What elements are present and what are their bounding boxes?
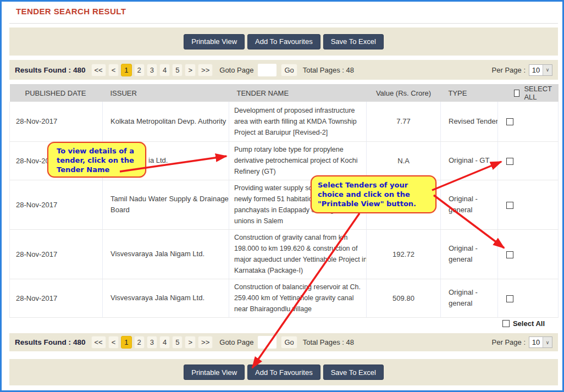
header-published-date: PUBLISHED DATE	[10, 84, 103, 102]
table-row: 28-Nov-2017 Tamil Nadu Water Supply & Dr…	[10, 180, 559, 229]
page-button-1[interactable]: 1	[121, 64, 131, 76]
tender-name-cell[interactable]: Construction of balancing reservoir at C…	[229, 279, 367, 317]
select-all-bottom-label: Select All	[513, 319, 545, 328]
issuer-cell: Visvesvaraya Jala Nigam Ltd.	[103, 229, 229, 279]
goto-page-input[interactable]	[258, 64, 277, 76]
per-page-label: Per Page :	[492, 66, 526, 74]
header-select-all: SELECT ALL	[498, 84, 559, 102]
goto-page-input-bottom[interactable]	[258, 336, 277, 349]
prev-page-button[interactable]: <	[108, 64, 119, 76]
first-page-button[interactable]: <<	[91, 64, 106, 76]
published-date-cell: 28-Nov-2017	[10, 229, 103, 279]
toolbar-top: Printable View Add To Favourites Save To…	[9, 27, 558, 56]
pagination-bar-top: Results Found :480 << < 1 2 3 4 5 > >> G…	[9, 60, 558, 80]
printable-view-button[interactable]: Printable View	[184, 34, 245, 49]
type-cell: Original - general	[441, 279, 498, 317]
value-cell: 192.72	[367, 229, 441, 279]
total-pages-label-bottom: Total Pages : 48	[303, 338, 354, 346]
table-row: 28-Nov-2017 Visvesvaraya Jala Nigam Ltd.…	[10, 279, 559, 317]
page-button-3-bottom[interactable]: 3	[147, 336, 157, 349]
page-button-5[interactable]: 5	[172, 64, 183, 76]
chevron-down-icon: ∨	[543, 65, 552, 75]
results-found-label-bottom: Results Found :480	[15, 338, 86, 346]
tender-name-cell[interactable]: Pump rotary lobe type for propylene deri…	[229, 141, 367, 180]
per-page-label-bottom: Per Page :	[492, 338, 526, 346]
select-all-bottom-checkbox[interactable]	[502, 320, 510, 327]
first-page-button-bottom[interactable]: <<	[91, 336, 106, 349]
tender-name-cell[interactable]: Construction of gravity canal from km 19…	[229, 229, 367, 279]
printable-view-button-bottom[interactable]: Printable View	[184, 365, 245, 380]
total-pages-label: Total Pages : 48	[303, 66, 354, 74]
header-value: Value (Rs. Crore)	[367, 84, 441, 102]
row-checkbox[interactable]	[506, 202, 513, 209]
goto-page-label: Goto Page	[219, 66, 253, 74]
type-cell: Original - general	[441, 229, 498, 279]
tender-name-cell[interactable]: Development of proposed infrastructure a…	[229, 102, 367, 141]
callout-tender-name: To view details of a tender, click on th…	[47, 142, 146, 178]
table-row: 28-Nov-2017 Kolkata Metropolitan Devp. A…	[10, 102, 559, 141]
per-page-select-bottom[interactable]: 10 ∨	[529, 336, 552, 348]
page-button-1-bottom[interactable]: 1	[121, 336, 131, 349]
type-cell: Revised Tender	[441, 102, 498, 141]
value-cell: 509.80	[367, 279, 441, 317]
page-button-2[interactable]: 2	[134, 64, 145, 76]
last-page-button[interactable]: >>	[198, 64, 213, 76]
save-to-excel-button[interactable]: Save To Excel	[323, 34, 384, 49]
callout-select-tenders: Select Tenders of your choice and click …	[311, 175, 436, 213]
pagination-bar-bottom: Results Found :480 << < 1 2 3 4 5 > >> G…	[9, 333, 558, 351]
go-button[interactable]: Go	[281, 64, 297, 76]
type-cell: Original - GT	[441, 141, 498, 180]
toolbar-bottom: Printable View Add To Favourites Save To…	[9, 359, 558, 385]
tender-search-result-page: TENDER SEARCH RESULT Printable View Add …	[0, 0, 564, 392]
prev-page-button-bottom[interactable]: <	[108, 336, 119, 349]
results-table: PUBLISHED DATE ISSUER TENDER NAME Value …	[9, 84, 559, 318]
page-button-4-bottom[interactable]: 4	[159, 336, 170, 349]
results-found-label: Results Found :480	[15, 66, 86, 74]
page-button-2-bottom[interactable]: 2	[134, 336, 145, 349]
add-to-favourites-button-bottom[interactable]: Add To Favourites	[247, 365, 320, 380]
select-all-checkbox[interactable]	[514, 90, 520, 97]
next-page-button[interactable]: >	[185, 64, 196, 76]
issuer-cell: Visvesvaraya Jala Nigam Ltd.	[103, 279, 229, 317]
issuer-cell: Kolkata Metropolitan Devp. Authority	[103, 102, 229, 141]
published-date-cell: 28-Nov-2017	[10, 180, 103, 229]
row-checkbox[interactable]	[506, 251, 513, 258]
save-to-excel-button-bottom[interactable]: Save To Excel	[323, 365, 384, 380]
row-checkbox[interactable]	[506, 118, 513, 125]
add-to-favourites-button[interactable]: Add To Favourites	[247, 34, 320, 49]
header-type: TYPE	[441, 84, 498, 102]
header-issuer: ISSUER	[103, 84, 229, 102]
table-row: 28-Nov-2017 Visvesvaraya Jala Nigam Ltd.…	[10, 229, 559, 279]
issuer-cell: Tamil Nadu Water Supply & Drainage Board	[103, 180, 229, 229]
value-cell: N.A	[367, 141, 441, 180]
page-title: TENDER SEARCH RESULT	[16, 7, 126, 16]
header-tender-name: TENDER NAME	[229, 84, 367, 102]
select-all-footer: Select All	[9, 319, 558, 328]
last-page-button-bottom[interactable]: >>	[198, 336, 213, 349]
published-date-cell: 28-Nov-2017	[10, 279, 103, 317]
goto-page-label-bottom: Goto Page	[219, 338, 253, 346]
page-button-3[interactable]: 3	[147, 64, 157, 76]
row-checkbox[interactable]	[506, 295, 513, 302]
chevron-down-icon: ∨	[543, 337, 552, 347]
page-button-5-bottom[interactable]: 5	[172, 336, 183, 349]
page-button-4[interactable]: 4	[159, 64, 170, 76]
next-page-button-bottom[interactable]: >	[185, 336, 196, 349]
type-cell: Original - general	[441, 180, 498, 229]
title-divider	[9, 23, 558, 24]
value-cell: 7.77	[367, 102, 441, 141]
per-page-select[interactable]: 10 ∨	[529, 64, 552, 76]
go-button-bottom[interactable]: Go	[281, 336, 297, 349]
row-checkbox[interactable]	[506, 158, 513, 165]
published-date-cell: 28-Nov-2017	[10, 102, 103, 141]
table-header-row: PUBLISHED DATE ISSUER TENDER NAME Value …	[10, 84, 559, 102]
